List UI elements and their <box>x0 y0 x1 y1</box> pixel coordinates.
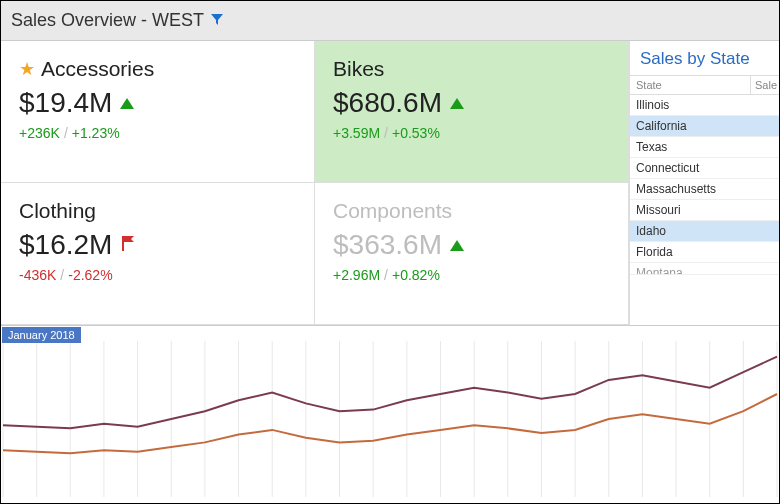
delta-pct: +0.82% <box>392 267 440 283</box>
state-row[interactable]: Connecticut <box>630 158 779 179</box>
delta-pct: +0.53% <box>392 125 440 141</box>
state-row[interactable]: California <box>630 116 779 137</box>
card-value: $16.2M <box>19 229 112 261</box>
delta-abs: -436K <box>19 267 56 283</box>
card-value: $19.4M <box>19 87 112 119</box>
state-row[interactable]: Florida <box>630 242 779 263</box>
card-deltas: +2.96M/+0.82% <box>333 267 610 283</box>
card-title: Accessories <box>41 57 154 81</box>
side-columns: State Sale <box>630 75 779 95</box>
page-title-bar: Sales Overview - WEST <box>1 1 779 41</box>
page-title: Sales Overview - WEST <box>11 10 204 31</box>
state-row[interactable]: Illinois <box>630 95 779 116</box>
chart-x-label-badge: January 2018 <box>2 327 81 343</box>
delta-pct: -2.62% <box>68 267 112 283</box>
card-value: $363.6M <box>333 229 442 261</box>
star-icon: ★ <box>19 58 35 80</box>
card-components[interactable]: Components $363.6M +2.96M/+0.82% <box>315 183 629 325</box>
state-row[interactable]: Montana <box>630 263 779 275</box>
state-row[interactable]: Missouri <box>630 200 779 221</box>
card-accessories[interactable]: ★ Accessories $19.4M +236K/+1.23% <box>1 41 315 183</box>
side-title: Sales by State <box>630 41 779 75</box>
state-row[interactable]: Massachusetts <box>630 179 779 200</box>
delta-pct: +1.23% <box>72 125 120 141</box>
delta-abs: +236K <box>19 125 60 141</box>
card-deltas: -436K/-2.62% <box>19 267 296 283</box>
kpi-cards-grid: ★ Accessories $19.4M +236K/+1.23% Bikes … <box>1 41 629 325</box>
trend-up-icon <box>120 98 134 109</box>
col-sale[interactable]: Sale <box>751 76 779 94</box>
card-title: Clothing <box>19 199 96 223</box>
trend-up-icon <box>450 98 464 109</box>
flag-icon <box>120 234 138 256</box>
card-value: $680.6M <box>333 87 442 119</box>
delta-abs: +2.96M <box>333 267 380 283</box>
card-bikes[interactable]: Bikes $680.6M +3.59M/+0.53% <box>315 41 629 183</box>
delta-abs: +3.59M <box>333 125 380 141</box>
state-row[interactable]: Texas <box>630 137 779 158</box>
state-row[interactable]: Idaho <box>630 221 779 242</box>
trend-up-icon <box>450 240 464 251</box>
card-title: Components <box>333 199 452 223</box>
card-deltas: +236K/+1.23% <box>19 125 296 141</box>
trend-chart[interactable]: January 2018 <box>1 325 779 503</box>
state-list: IllinoisCaliforniaTexasConnecticutMassac… <box>630 95 779 325</box>
col-state[interactable]: State <box>630 76 751 94</box>
card-deltas: +3.59M/+0.53% <box>333 125 610 141</box>
card-title: Bikes <box>333 57 384 81</box>
sales-by-state-panel: Sales by State State Sale IllinoisCalifo… <box>629 41 779 325</box>
card-clothing[interactable]: Clothing $16.2M -436K/-2.62% <box>1 183 315 325</box>
filter-icon[interactable] <box>210 10 224 31</box>
